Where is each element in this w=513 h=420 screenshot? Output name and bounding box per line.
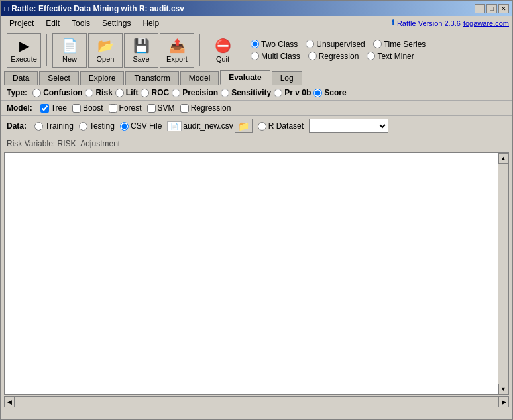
r-dataset-radio[interactable] (258, 122, 266, 131)
unsupervised-radio-label[interactable]: Unsupervised (306, 40, 365, 49)
unsupervised-radio[interactable] (306, 40, 314, 48)
time-series-radio[interactable] (373, 40, 382, 48)
vertical-scrollbar[interactable]: ▲ ▼ (498, 153, 508, 394)
quit-button[interactable]: ⛔ Quit (205, 33, 240, 68)
export-icon: 📤 (169, 38, 186, 54)
confusion-radio-label[interactable]: Confusion (32, 88, 82, 97)
two-class-radio[interactable] (251, 40, 259, 48)
svm-checkbox[interactable] (147, 104, 156, 113)
open-icon: 📂 (97, 38, 114, 54)
csv-file-label: CSV File (131, 121, 162, 131)
dataset-dropdown[interactable] (309, 119, 388, 133)
lift-radio[interactable] (115, 89, 124, 97)
training-radio-label[interactable]: Training (34, 121, 74, 131)
tab-select[interactable]: Select (39, 71, 78, 85)
csv-file-radio[interactable] (120, 122, 129, 131)
lift-radio-label[interactable]: Lift (115, 88, 139, 97)
scroll-left-button[interactable]: ◀ (4, 397, 15, 407)
risk-radio[interactable] (85, 89, 93, 97)
top-radio-group: Two Class Unsupervised Time Series Multi… (251, 40, 426, 61)
scroll-right-button[interactable]: ▶ (498, 397, 509, 407)
execute-icon: ▶ (19, 38, 29, 54)
tree-checkbox-label[interactable]: Tree (40, 103, 67, 113)
model-label: Model: (7, 103, 32, 113)
menu-help[interactable]: Help (137, 17, 164, 29)
precision-radio[interactable] (172, 89, 180, 97)
testing-radio[interactable] (79, 122, 87, 131)
regression-checkbox[interactable] (180, 104, 189, 113)
sensitivity-radio[interactable] (221, 89, 229, 97)
forest-checkbox[interactable] (109, 104, 117, 113)
text-miner-radio[interactable] (367, 52, 375, 60)
score-label: Score (324, 88, 346, 97)
score-radio-label[interactable]: Score (314, 88, 346, 97)
two-class-radio-label[interactable]: Two Class (251, 40, 298, 49)
boost-checkbox-text: Boost (83, 103, 103, 113)
risk-radio-label[interactable]: Risk (85, 88, 112, 97)
radio-row-1: Two Class Unsupervised Time Series (251, 40, 426, 49)
save-button[interactable]: 💾 Save (124, 33, 158, 68)
type-label: Type: (7, 88, 27, 97)
scroll-track-h (15, 397, 498, 407)
roc-radio[interactable] (141, 89, 149, 97)
execute-button[interactable]: ▶ Execute (7, 33, 41, 68)
precision-radio-label[interactable]: Precision (172, 88, 218, 97)
tab-data[interactable]: Data (4, 71, 38, 85)
score-radio[interactable] (314, 89, 322, 97)
scroll-down-button[interactable]: ▼ (498, 384, 509, 394)
multi-class-radio-label[interactable]: Multi Class (251, 52, 300, 61)
confusion-radio[interactable] (32, 89, 41, 97)
close-button[interactable]: ✕ (498, 4, 509, 13)
tree-checkbox-text: Tree (51, 103, 67, 113)
forest-checkbox-text: Forest (119, 103, 142, 113)
csv-file-radio-label[interactable]: CSV File (120, 121, 162, 131)
tab-transform[interactable]: Transform (125, 71, 178, 85)
menu-settings[interactable]: Settings (97, 17, 136, 29)
tab-explore[interactable]: Explore (80, 71, 125, 85)
two-class-label: Two Class (261, 40, 298, 49)
menu-edit[interactable]: Edit (40, 17, 65, 29)
boost-checkbox-label[interactable]: Boost (72, 103, 103, 113)
r-dataset-radio-label[interactable]: R Dataset (258, 121, 304, 131)
boost-checkbox[interactable] (72, 104, 81, 113)
multi-class-radio[interactable] (251, 52, 259, 60)
sensitivity-radio-label[interactable]: Sensitivity (221, 88, 271, 97)
version-link[interactable]: togaware.com (463, 19, 509, 27)
scroll-up-button[interactable]: ▲ (498, 153, 509, 164)
regression-radio[interactable] (308, 52, 317, 60)
forest-checkbox-label[interactable]: Forest (109, 103, 142, 113)
tab-log[interactable]: Log (272, 71, 302, 85)
tree-checkbox[interactable] (40, 104, 49, 113)
new-button[interactable]: 📄 New (52, 33, 87, 68)
menu-tools[interactable]: Tools (66, 17, 95, 29)
tab-model[interactable]: Model (180, 71, 219, 85)
version-text: Rattle Version 2.3.6 (397, 19, 461, 27)
tabs-bar: Data Select Explore Transform Model Eval… (1, 70, 512, 85)
toolbar-divider-1 (46, 34, 47, 66)
tab-evaluate[interactable]: Evaluate (220, 70, 270, 85)
menu-project[interactable]: Project (4, 17, 39, 29)
dataset-select[interactable] (309, 119, 388, 133)
regression-checkbox-label[interactable]: Regression (180, 103, 231, 113)
r-dataset-label: R Dataset (268, 121, 304, 131)
regression-checkbox-text: Regression (191, 103, 231, 113)
pr-v-0b-radio[interactable] (274, 89, 282, 97)
testing-radio-label[interactable]: Testing (79, 121, 115, 131)
folder-browse-button[interactable]: 📁 (235, 119, 253, 133)
pr-v-0b-label: Pr v 0b (284, 88, 311, 97)
content-area: Type: Confusion Risk Lift ROC Precision (1, 85, 512, 407)
window-icon: □ (4, 4, 9, 13)
minimize-button[interactable]: — (475, 4, 485, 13)
text-miner-radio-label[interactable]: Text Miner (367, 52, 414, 61)
time-series-radio-label[interactable]: Time Series (373, 40, 426, 49)
title-bar-left: □ Rattle: Effective Data Mining with R: … (4, 4, 184, 13)
regression-radio-label[interactable]: Regression (308, 52, 359, 61)
training-radio[interactable] (34, 122, 43, 131)
pr-v-0b-radio-label[interactable]: Pr v 0b (274, 88, 311, 97)
maximize-button[interactable]: □ (486, 4, 497, 13)
open-button[interactable]: 📂 Open (88, 33, 123, 68)
roc-radio-label[interactable]: ROC (141, 88, 169, 97)
export-button[interactable]: 📤 Export (160, 33, 194, 68)
roc-label: ROC (151, 88, 169, 97)
svm-checkbox-label[interactable]: SVM (147, 103, 175, 113)
